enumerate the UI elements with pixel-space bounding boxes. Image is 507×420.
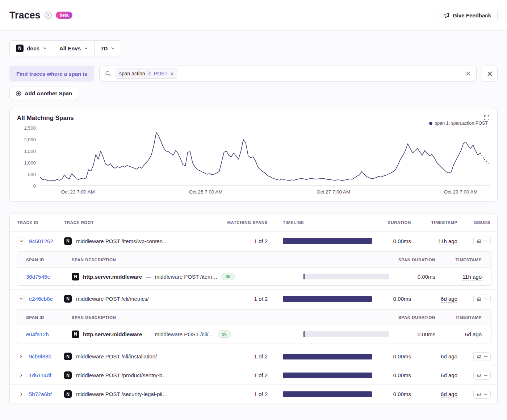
- matching-spans-value: 1 of 2: [217, 238, 278, 244]
- span-duration-value: 0.00ms: [393, 331, 444, 337]
- duration-header: DURATION: [376, 220, 420, 225]
- y-tick: 2,000: [24, 137, 36, 142]
- span-header-row: SPAN ID SPAN DESCRIPTION SPAN DURATION T…: [17, 309, 491, 325]
- search-icon: [105, 71, 111, 76]
- matching-spans-value: 1 of 2: [217, 296, 278, 302]
- chip-value: POST: [154, 71, 168, 76]
- span-timeline-track: [303, 331, 389, 337]
- issues-button[interactable]: [473, 295, 491, 303]
- y-axis: 2,500 2,000 1,500 1,000 500 0: [17, 128, 40, 186]
- remove-span-condition-button[interactable]: [482, 66, 498, 82]
- expand-trace-icon[interactable]: [17, 353, 25, 361]
- y-tick: 2,500: [24, 125, 36, 131]
- nextjs-icon: N: [64, 353, 72, 360]
- trace-root-label: middleware POST /items/wp-conten…: [76, 238, 168, 244]
- issues-button[interactable]: [473, 390, 491, 399]
- span-description-header: SPAN DESCRIPTION: [72, 258, 299, 262]
- issues-inbox-icon: [477, 296, 482, 302]
- no-issues-dash-icon: [484, 356, 487, 357]
- span-id-header: SPAN ID: [17, 315, 72, 320]
- nextjs-icon: N: [72, 273, 79, 280]
- status-badge: ok: [221, 273, 235, 280]
- span-row[interactable]: 36d7546e N http.server.middleware — midd…: [17, 268, 491, 285]
- issues-inbox-icon: [477, 354, 482, 359]
- duration-value: 0.00ms: [376, 391, 420, 397]
- trace-row[interactable]: 5b72a6bf N middleware POST /security-leg…: [10, 384, 497, 403]
- expand-trace-icon[interactable]: [17, 371, 25, 379]
- no-issues-dash-icon: [484, 394, 487, 395]
- trace-id-link[interactable]: 1d6114df: [29, 372, 51, 378]
- spans-subtable: SPAN ID SPAN DESCRIPTION SPAN DURATION T…: [17, 309, 491, 343]
- project-filter[interactable]: N docs: [10, 41, 53, 56]
- issues-button[interactable]: [473, 352, 491, 361]
- x-tick: Oct 23 7:00 AM: [61, 189, 95, 195]
- filter-chip[interactable]: span.action is POST: [116, 68, 177, 79]
- issues-inbox-icon: [477, 392, 482, 397]
- x-tick: Oct 29 7:00 AM: [444, 189, 478, 195]
- nextjs-icon: N: [72, 330, 79, 338]
- plus-circle-icon: [16, 91, 21, 96]
- help-icon[interactable]: ?: [45, 12, 52, 19]
- give-feedback-button[interactable]: Give Feedback: [437, 9, 498, 22]
- expand-icon: [484, 115, 489, 120]
- y-tick: 1,500: [24, 149, 36, 154]
- duration-value: 0.00ms: [376, 353, 420, 359]
- span-description: middleware POST /item…: [155, 274, 217, 280]
- timestamp-header: TIMESTAMP: [420, 220, 467, 225]
- y-tick: 1,000: [24, 160, 36, 166]
- span-search-input[interactable]: span.action is POST: [99, 66, 477, 82]
- timeline-bar: [283, 238, 372, 244]
- no-issues-dash-icon: [484, 241, 487, 241]
- issues-inbox-icon: [477, 238, 482, 244]
- add-another-span-button[interactable]: Add Another Span: [9, 87, 78, 100]
- issues-button[interactable]: [473, 237, 491, 245]
- expand-trace-icon[interactable]: [17, 390, 25, 398]
- trace-row[interactable]: e246cb8e N middleware POST /cli/metrics/…: [10, 289, 497, 308]
- beta-badge: beta: [56, 12, 73, 19]
- series-line-dashed-tail: [480, 153, 490, 164]
- trace-id-link[interactable]: e246cb8e: [29, 296, 53, 302]
- filter-bar: N docs All Envs 7D: [9, 40, 121, 56]
- span-operation: http.server.middleware: [83, 331, 142, 337]
- collapse-trace-icon[interactable]: [17, 295, 25, 303]
- no-issues-dash-icon: [484, 299, 487, 299]
- span-description-header: SPAN DESCRIPTION: [72, 315, 299, 320]
- no-issues-dash-icon: [484, 375, 487, 376]
- span-id-link[interactable]: 36d7546e: [26, 274, 50, 280]
- feedback-label: Give Feedback: [453, 12, 491, 18]
- chevron-down-icon: [43, 46, 47, 50]
- main-content: N docs All Envs 7D Find traces where a s…: [0, 31, 507, 403]
- all-matching-spans-panel: All Matching Spans span 1: span.action:P…: [9, 108, 498, 201]
- trace-row[interactable]: 9cb9f88b N middleware POST /cli/installa…: [10, 347, 497, 366]
- span-operation: http.server.middleware: [83, 274, 142, 280]
- timeline-bar: [283, 391, 372, 397]
- span-query-row: Find traces where a span is span.action …: [9, 66, 498, 82]
- timestamp-value: 11h ago: [438, 238, 457, 245]
- span-id-link[interactable]: e04fa12b: [26, 331, 49, 337]
- span-row[interactable]: e04fa12b N http.server.middleware — midd…: [17, 325, 491, 343]
- trace-id-link[interactable]: 94601262: [29, 238, 53, 244]
- plot-area: [40, 128, 490, 186]
- y-tick: 0: [33, 183, 36, 189]
- date-range-filter[interactable]: 7D: [95, 41, 121, 56]
- x-tick: Oct 25 7:00 AM: [189, 189, 223, 195]
- duration-value: 0.00ms: [376, 238, 420, 244]
- trace-id-link[interactable]: 9cb9f88b: [29, 353, 51, 359]
- chip-remove-icon[interactable]: [170, 72, 173, 75]
- issues-button[interactable]: [473, 371, 491, 380]
- environment-filter[interactable]: All Envs: [53, 41, 95, 56]
- megaphone-icon: [443, 12, 449, 18]
- trace-row[interactable]: 94601262 N middleware POST /items/wp-con…: [10, 232, 497, 250]
- issues-header: ISSUES: [467, 220, 497, 225]
- trace-root-label: middleware POST /product/sentry-b…: [76, 372, 168, 378]
- timeline-bar: [283, 354, 372, 359]
- trace-row[interactable]: 1d6114df N middleware POST /product/sent…: [10, 366, 497, 384]
- span-timestamp-value: 6d ago: [465, 331, 482, 338]
- span-description: middleware POST /cli/…: [155, 331, 214, 337]
- chart-legend[interactable]: span 1: span.action:POST: [17, 121, 488, 126]
- nextjs-icon: N: [64, 237, 72, 245]
- separator: —: [146, 274, 151, 280]
- trace-id-link[interactable]: 5b72a6bf: [29, 391, 52, 397]
- collapse-trace-icon[interactable]: [17, 237, 25, 245]
- clear-search-icon[interactable]: [466, 71, 471, 76]
